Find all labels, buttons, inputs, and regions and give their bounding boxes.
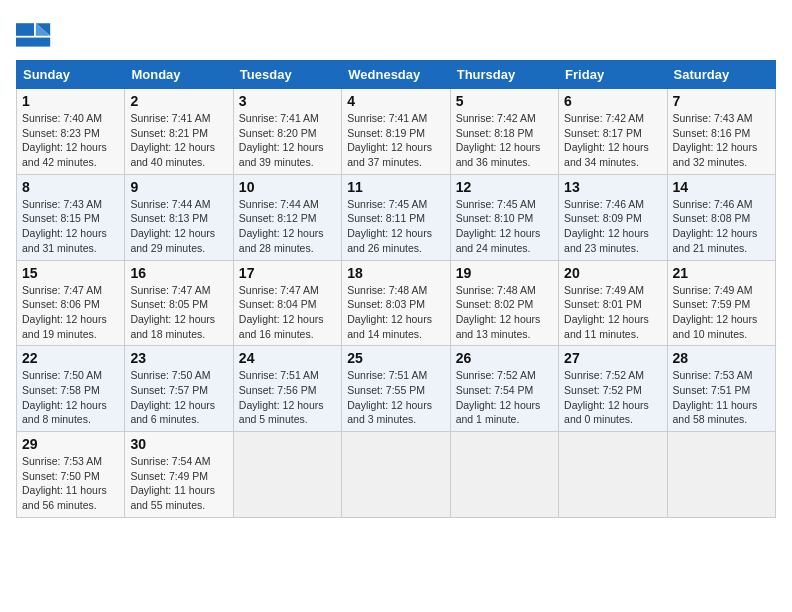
cell-content: Sunrise: 7:53 AMSunset: 7:50 PMDaylight:… xyxy=(22,455,107,511)
day-number: 30 xyxy=(130,436,227,452)
calendar-cell: 14 Sunrise: 7:46 AMSunset: 8:08 PMDaylig… xyxy=(667,174,775,260)
cell-content: Sunrise: 7:50 AMSunset: 7:58 PMDaylight:… xyxy=(22,369,107,425)
calendar-cell: 27 Sunrise: 7:52 AMSunset: 7:52 PMDaylig… xyxy=(559,346,667,432)
col-header-saturday: Saturday xyxy=(667,61,775,89)
day-number: 10 xyxy=(239,179,336,195)
cell-content: Sunrise: 7:50 AMSunset: 7:57 PMDaylight:… xyxy=(130,369,215,425)
cell-content: Sunrise: 7:52 AMSunset: 7:52 PMDaylight:… xyxy=(564,369,649,425)
cell-content: Sunrise: 7:43 AMSunset: 8:16 PMDaylight:… xyxy=(673,112,758,168)
day-number: 15 xyxy=(22,265,119,281)
cell-content: Sunrise: 7:48 AMSunset: 8:03 PMDaylight:… xyxy=(347,284,432,340)
calendar-cell: 5 Sunrise: 7:42 AMSunset: 8:18 PMDayligh… xyxy=(450,89,558,175)
calendar-cell: 25 Sunrise: 7:51 AMSunset: 7:55 PMDaylig… xyxy=(342,346,450,432)
day-number: 25 xyxy=(347,350,444,366)
cell-content: Sunrise: 7:41 AMSunset: 8:19 PMDaylight:… xyxy=(347,112,432,168)
day-number: 17 xyxy=(239,265,336,281)
calendar-cell: 22 Sunrise: 7:50 AMSunset: 7:58 PMDaylig… xyxy=(17,346,125,432)
calendar-cell: 3 Sunrise: 7:41 AMSunset: 8:20 PMDayligh… xyxy=(233,89,341,175)
day-number: 11 xyxy=(347,179,444,195)
cell-content: Sunrise: 7:44 AMSunset: 8:13 PMDaylight:… xyxy=(130,198,215,254)
calendar-cell: 15 Sunrise: 7:47 AMSunset: 8:06 PMDaylig… xyxy=(17,260,125,346)
svg-rect-3 xyxy=(16,23,34,36)
calendar-cell: 4 Sunrise: 7:41 AMSunset: 8:19 PMDayligh… xyxy=(342,89,450,175)
calendar-cell: 30 Sunrise: 7:54 AMSunset: 7:49 PMDaylig… xyxy=(125,432,233,518)
cell-content: Sunrise: 7:41 AMSunset: 8:21 PMDaylight:… xyxy=(130,112,215,168)
day-number: 1 xyxy=(22,93,119,109)
calendar-cell xyxy=(450,432,558,518)
calendar-cell xyxy=(667,432,775,518)
cell-content: Sunrise: 7:47 AMSunset: 8:04 PMDaylight:… xyxy=(239,284,324,340)
day-number: 14 xyxy=(673,179,770,195)
cell-content: Sunrise: 7:48 AMSunset: 8:02 PMDaylight:… xyxy=(456,284,541,340)
logo xyxy=(16,16,56,52)
calendar-cell: 23 Sunrise: 7:50 AMSunset: 7:57 PMDaylig… xyxy=(125,346,233,432)
calendar-cell xyxy=(233,432,341,518)
day-number: 21 xyxy=(673,265,770,281)
calendar-table: SundayMondayTuesdayWednesdayThursdayFrid… xyxy=(16,60,776,518)
calendar-cell: 8 Sunrise: 7:43 AMSunset: 8:15 PMDayligh… xyxy=(17,174,125,260)
cell-content: Sunrise: 7:41 AMSunset: 8:20 PMDaylight:… xyxy=(239,112,324,168)
calendar-cell: 12 Sunrise: 7:45 AMSunset: 8:10 PMDaylig… xyxy=(450,174,558,260)
calendar-week-5: 29 Sunrise: 7:53 AMSunset: 7:50 PMDaylig… xyxy=(17,432,776,518)
cell-content: Sunrise: 7:52 AMSunset: 7:54 PMDaylight:… xyxy=(456,369,541,425)
calendar-week-4: 22 Sunrise: 7:50 AMSunset: 7:58 PMDaylig… xyxy=(17,346,776,432)
calendar-cell: 11 Sunrise: 7:45 AMSunset: 8:11 PMDaylig… xyxy=(342,174,450,260)
calendar-cell: 6 Sunrise: 7:42 AMSunset: 8:17 PMDayligh… xyxy=(559,89,667,175)
cell-content: Sunrise: 7:51 AMSunset: 7:56 PMDaylight:… xyxy=(239,369,324,425)
calendar-cell: 24 Sunrise: 7:51 AMSunset: 7:56 PMDaylig… xyxy=(233,346,341,432)
calendar-cell: 2 Sunrise: 7:41 AMSunset: 8:21 PMDayligh… xyxy=(125,89,233,175)
day-number: 19 xyxy=(456,265,553,281)
cell-content: Sunrise: 7:43 AMSunset: 8:15 PMDaylight:… xyxy=(22,198,107,254)
day-number: 4 xyxy=(347,93,444,109)
calendar-header: SundayMondayTuesdayWednesdayThursdayFrid… xyxy=(17,61,776,89)
day-number: 7 xyxy=(673,93,770,109)
cell-content: Sunrise: 7:51 AMSunset: 7:55 PMDaylight:… xyxy=(347,369,432,425)
calendar-cell xyxy=(342,432,450,518)
cell-content: Sunrise: 7:45 AMSunset: 8:11 PMDaylight:… xyxy=(347,198,432,254)
col-header-monday: Monday xyxy=(125,61,233,89)
logo-icon xyxy=(16,16,52,52)
day-number: 18 xyxy=(347,265,444,281)
calendar-cell: 28 Sunrise: 7:53 AMSunset: 7:51 PMDaylig… xyxy=(667,346,775,432)
calendar-week-3: 15 Sunrise: 7:47 AMSunset: 8:06 PMDaylig… xyxy=(17,260,776,346)
calendar-cell: 26 Sunrise: 7:52 AMSunset: 7:54 PMDaylig… xyxy=(450,346,558,432)
cell-content: Sunrise: 7:42 AMSunset: 8:17 PMDaylight:… xyxy=(564,112,649,168)
day-number: 20 xyxy=(564,265,661,281)
calendar-cell: 13 Sunrise: 7:46 AMSunset: 8:09 PMDaylig… xyxy=(559,174,667,260)
calendar-week-1: 1 Sunrise: 7:40 AMSunset: 8:23 PMDayligh… xyxy=(17,89,776,175)
cell-content: Sunrise: 7:54 AMSunset: 7:49 PMDaylight:… xyxy=(130,455,215,511)
col-header-sunday: Sunday xyxy=(17,61,125,89)
day-number: 22 xyxy=(22,350,119,366)
day-number: 6 xyxy=(564,93,661,109)
day-number: 29 xyxy=(22,436,119,452)
day-number: 5 xyxy=(456,93,553,109)
cell-content: Sunrise: 7:53 AMSunset: 7:51 PMDaylight:… xyxy=(673,369,758,425)
calendar-week-2: 8 Sunrise: 7:43 AMSunset: 8:15 PMDayligh… xyxy=(17,174,776,260)
svg-rect-4 xyxy=(16,38,50,47)
calendar-cell: 29 Sunrise: 7:53 AMSunset: 7:50 PMDaylig… xyxy=(17,432,125,518)
cell-content: Sunrise: 7:46 AMSunset: 8:09 PMDaylight:… xyxy=(564,198,649,254)
calendar-cell: 21 Sunrise: 7:49 AMSunset: 7:59 PMDaylig… xyxy=(667,260,775,346)
day-number: 27 xyxy=(564,350,661,366)
page-header xyxy=(16,16,776,52)
day-number: 13 xyxy=(564,179,661,195)
calendar-cell: 9 Sunrise: 7:44 AMSunset: 8:13 PMDayligh… xyxy=(125,174,233,260)
day-number: 26 xyxy=(456,350,553,366)
cell-content: Sunrise: 7:46 AMSunset: 8:08 PMDaylight:… xyxy=(673,198,758,254)
cell-content: Sunrise: 7:47 AMSunset: 8:05 PMDaylight:… xyxy=(130,284,215,340)
cell-content: Sunrise: 7:44 AMSunset: 8:12 PMDaylight:… xyxy=(239,198,324,254)
calendar-cell: 10 Sunrise: 7:44 AMSunset: 8:12 PMDaylig… xyxy=(233,174,341,260)
day-number: 8 xyxy=(22,179,119,195)
col-header-tuesday: Tuesday xyxy=(233,61,341,89)
day-number: 24 xyxy=(239,350,336,366)
cell-content: Sunrise: 7:49 AMSunset: 8:01 PMDaylight:… xyxy=(564,284,649,340)
day-number: 2 xyxy=(130,93,227,109)
day-number: 23 xyxy=(130,350,227,366)
col-header-wednesday: Wednesday xyxy=(342,61,450,89)
col-header-thursday: Thursday xyxy=(450,61,558,89)
day-number: 3 xyxy=(239,93,336,109)
calendar-cell: 7 Sunrise: 7:43 AMSunset: 8:16 PMDayligh… xyxy=(667,89,775,175)
cell-content: Sunrise: 7:45 AMSunset: 8:10 PMDaylight:… xyxy=(456,198,541,254)
calendar-cell: 18 Sunrise: 7:48 AMSunset: 8:03 PMDaylig… xyxy=(342,260,450,346)
calendar-cell: 17 Sunrise: 7:47 AMSunset: 8:04 PMDaylig… xyxy=(233,260,341,346)
